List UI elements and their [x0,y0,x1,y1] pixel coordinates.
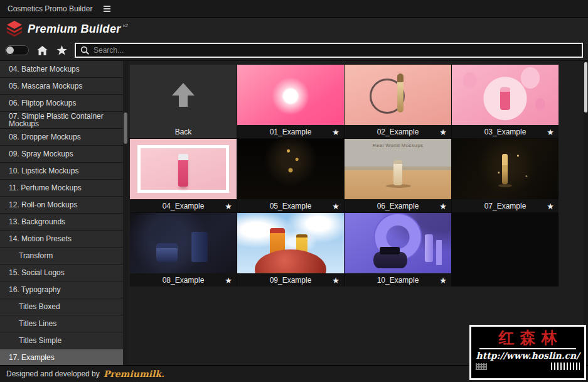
thumbnail-09-example[interactable] [237,213,344,273]
tile-label-bar: 04_Example ★ [130,199,237,212]
tile-label: 01_Example [270,128,312,136]
tile-label: 10_Example [377,276,419,285]
back-arrow-up-icon [168,80,198,110]
sidebar-item-examples[interactable]: 17. Examples [0,349,123,365]
thumbnail-02-example[interactable] [345,65,451,125]
tile-label: 07_Example [484,202,527,210]
favorite-star-icon[interactable]: ★ [225,201,232,210]
tile-04-example[interactable]: 04_Example ★ [130,139,237,212]
sidebar-item-simple-plastic-container-mockups[interactable]: 07. Simple Plastic Container Mockups [0,112,123,129]
search-input[interactable] [94,46,577,55]
tile-03-example[interactable]: 03_Example ★ [452,65,559,138]
thumb-art-shape [425,234,433,262]
window-scrollbar-thumb[interactable] [584,62,587,112]
thumbnail-05-example[interactable] [237,139,344,199]
favorite-star-icon[interactable]: ★ [332,127,339,136]
thumbnail-01-example[interactable] [237,65,344,125]
sidebar-item-lipstick-mockups[interactable]: 10. Lipstick Mockups [0,163,123,180]
sidebar-item-social-logos[interactable]: 15. Social Logos [0,265,123,281]
toggle-knob [6,46,14,54]
layers-logo-icon [6,21,23,37]
tile-05-example[interactable]: 05_Example ★ [237,139,344,212]
sidebar-item-titles-boxed[interactable]: Titles Boxed [0,298,123,315]
examples-grid: Back 01_Example ★ 02_Example ★ [130,65,559,286]
sidebar-item-rollon-mockups[interactable]: 12. Roll-on Mockups [0,197,123,214]
sidebar-item-typography[interactable]: 16. Typography [0,281,123,298]
tile-label: 02_Example [377,128,419,136]
sidebar-item-motion-presets[interactable]: 14. Motion Presets [0,231,123,248]
view-toggle-switch[interactable] [5,45,29,55]
grid-dots-icon [476,363,487,370]
window-scrollbar[interactable] [584,61,588,365]
tile-09-example[interactable]: 09_Example ★ [237,213,344,286]
tile-label: 08_Example [163,276,205,285]
tile-label-bar: 08_Example ★ [130,273,237,286]
hamburger-menu-icon[interactable] [104,6,110,12]
thumbnail-06-example[interactable]: Real World Mockups [345,139,451,199]
tile-02-example[interactable]: 02_Example ★ [345,65,451,138]
sidebar: 04. Batcher Mockups 05. Mascara Mockups … [0,61,123,365]
app-header: Premium Builder v2 [0,18,588,40]
thumbnail-08-example[interactable] [130,213,237,273]
watermark-title: 红森林 [493,329,563,347]
sidebar-item-titles-simple[interactable]: Titles Simple [0,332,123,349]
sidebar-item-mascara-mockups[interactable]: 05. Mascara Mockups [0,78,123,95]
back-tile[interactable]: Back [130,65,237,138]
tile-label-bar: 06_Example ★ [345,199,451,212]
sidebar-item-spray-mockups[interactable]: 09. Spray Mockups [0,146,123,163]
tile-label-bar: 07_Example ★ [452,199,559,212]
favorite-star-icon[interactable]: ★ [439,127,447,136]
app-version: v2 [123,23,128,28]
thumb-art-shape [255,249,326,273]
search-icon [80,46,89,55]
toolbar [0,40,588,61]
favorites-button[interactable] [55,44,68,57]
star-icon [56,45,67,55]
statusbar-text: Designed and developed by [6,369,100,378]
tile-label: Back [175,128,192,136]
favorite-star-icon[interactable]: ★ [439,275,447,285]
watermark-divider [479,348,577,349]
sidebar-item-batcher-mockups[interactable]: 04. Batcher Mockups [0,61,123,78]
tile-label-bar: 02_Example ★ [345,125,451,138]
sidebar-item-fliptop-mockups[interactable]: 06. Fliptop Mockups [0,95,123,112]
tile-label-bar: 10_Example ★ [345,273,451,286]
favorite-star-icon[interactable]: ★ [332,275,339,285]
sidebar-item-transform[interactable]: Transform [0,248,123,265]
favorite-star-icon[interactable]: ★ [332,201,339,210]
tile-label: 04_Example [163,202,205,210]
sidebar-item-dropper-mockups[interactable]: 08. Dropper Mockups [0,129,123,146]
watermark-footer [476,363,580,370]
sidebar-scrollbar[interactable] [123,61,128,365]
tile-label-bar: 05_Example ★ [237,199,344,212]
favorite-star-icon[interactable]: ★ [547,201,554,210]
thumbnail-04-example[interactable] [130,139,237,199]
statusbar-brand: Premiumilk. [104,369,164,379]
favorite-star-icon[interactable]: ★ [439,201,447,210]
thumbnail-03-example[interactable] [452,65,559,125]
watermark-url: http://www.hoslin.cn/ [476,351,580,361]
thumb-caption: Real World Mockups [345,143,451,148]
tile-07-example[interactable]: 07_Example ★ [452,139,559,212]
tile-10-example[interactable]: 10_Example ★ [345,213,451,286]
sidebar-item-titles-lines[interactable]: Titles Lines [0,315,123,332]
tile-06-example[interactable]: Real World Mockups 06_Example ★ [345,139,451,212]
tile-label-bar: 01_Example ★ [237,125,344,138]
sidebar-item-backgrounds[interactable]: 13. Backgrounds [0,214,123,231]
tile-label: 09_Example [270,276,312,285]
tile-08-example[interactable]: 08_Example ★ [130,213,237,286]
sidebar-item-perfume-mockups[interactable]: 11. Perfume Mockups [0,180,123,197]
tile-label: 06_Example [377,202,419,210]
app-name: Premium Builder [28,23,121,36]
content-area: Back 01_Example ★ 02_Example ★ [128,61,584,365]
favorite-star-icon[interactable]: ★ [225,275,232,285]
favorite-star-icon[interactable]: ★ [547,127,554,136]
thumbnail-07-example[interactable] [452,139,559,199]
back-thumb [130,65,237,125]
thumbnail-10-example[interactable] [345,213,451,273]
home-icon [37,46,48,55]
sidebar-scrollbar-thumb[interactable] [124,112,127,144]
tile-01-example[interactable]: 01_Example ★ [237,65,344,138]
main-area: 04. Batcher Mockups 05. Mascara Mockups … [0,61,588,365]
home-button[interactable] [36,44,48,57]
